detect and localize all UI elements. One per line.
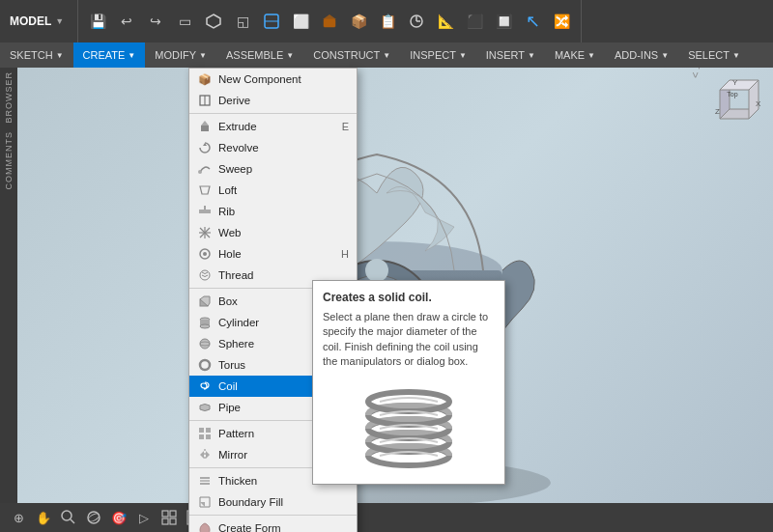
undo-button[interactable]: ↩ [113, 6, 140, 37]
menu-modify[interactable]: MODIFY ▼ [145, 42, 216, 68]
sweep-icon [197, 161, 213, 177]
insert-arrow: ▼ [528, 51, 535, 60]
svg-point-31 [198, 170, 202, 174]
menu-sketch[interactable]: SKETCH ▼ [0, 42, 73, 68]
addins-arrow: ▼ [661, 51, 669, 60]
statusbar-icon-orbit[interactable] [83, 507, 104, 528]
model-mode-selector[interactable]: MODEL ▼ [0, 0, 77, 42]
menubar: SKETCH ▼ CREATE ▼ MODIFY ▼ ASSEMBLE ▼ CO… [0, 42, 773, 68]
loft-icon [197, 182, 213, 198]
toolbar-icon-5[interactable]: ⬜ [287, 6, 314, 37]
svg-point-47 [200, 339, 210, 349]
menu-create[interactable]: CREATE ▼ [73, 42, 146, 68]
svg-text:Y: Y [732, 78, 738, 87]
svg-marker-4 [323, 14, 336, 19]
menu-insert[interactable]: INSERT ▼ [476, 42, 545, 68]
coil-tooltip-title: Creates a solid coil. [323, 291, 495, 304]
modify-arrow: ▼ [199, 51, 207, 60]
svg-rect-50 [199, 428, 204, 433]
menu-loft[interactable]: Loft [189, 180, 357, 201]
menu-select[interactable]: SELECT ▼ [678, 42, 750, 68]
statusbar-icon-play[interactable]: ▷ [133, 507, 155, 528]
revolve-icon [197, 140, 213, 155]
separator-1 [189, 113, 357, 114]
pipe-icon [197, 400, 213, 415]
menu-boundary-fill[interactable]: Boundary Fill [189, 491, 357, 513]
toolbar-icon-3[interactable]: ◱ [229, 6, 256, 37]
browser-label[interactable]: BROWSER [4, 68, 14, 127]
svg-rect-53 [206, 434, 211, 439]
menu-rib[interactable]: Rib [189, 201, 357, 222]
menu-addins[interactable]: ADD-INS ▼ [605, 42, 678, 68]
toolbar-icon-1[interactable]: ▭ [171, 6, 198, 37]
svg-rect-51 [206, 428, 211, 433]
create-arrow: ▼ [128, 51, 135, 60]
thread-icon [197, 267, 213, 283]
svg-point-49 [200, 360, 210, 370]
toolbar-icon-10[interactable]: 📐 [432, 6, 459, 37]
menu-construct[interactable]: CONSTRUCT ▼ [303, 42, 400, 68]
extrude-shortcut: E [342, 121, 349, 132]
viewcube[interactable]: X Y Z Top [705, 75, 763, 133]
menu-inspect[interactable]: INSPECT ▼ [400, 42, 476, 68]
toolbar-icon-9[interactable] [403, 6, 430, 37]
svg-marker-32 [200, 186, 210, 194]
toolbar-icon-7[interactable]: 📦 [345, 6, 372, 37]
menu-revolve[interactable]: Revolve [189, 137, 357, 158]
menu-create-form[interactable]: Create Form [189, 518, 357, 532]
svg-marker-56 [206, 451, 210, 459]
select-arrow: ▼ [732, 51, 740, 60]
comments-label[interactable]: COMMENTS [4, 127, 14, 194]
svg-line-75 [71, 519, 74, 523]
redo-button[interactable]: ↪ [142, 6, 169, 37]
menu-hole[interactable]: Hole H [189, 243, 357, 265]
toolbar-icon-13[interactable]: 🔀 [548, 6, 575, 37]
svg-rect-78 [162, 511, 168, 517]
cylinder-icon [197, 315, 213, 330]
menu-web[interactable]: Web [189, 222, 357, 243]
statusbar-icon-grid[interactable] [158, 507, 180, 528]
left-panel: BROWSER COMMENTS [0, 68, 17, 503]
statusbar-icon-add[interactable]: ⊕ [8, 507, 29, 528]
svg-marker-55 [200, 451, 204, 459]
toolbar-icon-12[interactable]: 🔲 [490, 6, 517, 37]
svg-marker-29 [201, 121, 209, 126]
toolbar-actions: 💾 ↩ ↪ ▭ ◱ ⬜ 📦 📋 📐 ⬛ 🔲 ↖ 🔀 [77, 0, 582, 42]
statusbar-icon-target[interactable]: 🎯 [108, 507, 129, 528]
svg-rect-28 [201, 126, 209, 131]
svg-rect-33 [199, 210, 211, 213]
toolbar-icon-11[interactable]: ⬛ [461, 6, 488, 37]
extrude-icon [197, 119, 213, 134]
sphere-icon [197, 336, 213, 351]
statusbar-icon-hand[interactable]: ✋ [33, 507, 54, 528]
boundary-fill-icon [197, 494, 213, 510]
menu-sweep[interactable]: Sweep [189, 158, 357, 180]
svg-text:Z: Z [715, 107, 720, 116]
statusbar-icon-zoom[interactable] [58, 507, 79, 528]
rib-icon [197, 204, 213, 219]
toolbar-icon-4[interactable] [258, 6, 285, 37]
web-icon [197, 225, 213, 240]
coil-tooltip-description: Select a plane then draw a circle to spe… [323, 310, 495, 370]
menu-derive[interactable]: Derive [189, 90, 357, 111]
inspect-arrow: ▼ [459, 51, 467, 60]
main-toolbar: MODEL ▼ 💾 ↩ ↪ ▭ ◱ ⬜ 📦 📋 📐 ⬛ 🔲 ↖ 🔀 [0, 0, 773, 42]
svg-rect-81 [170, 518, 176, 524]
new-component-icon: 📦 [197, 71, 213, 87]
save-button[interactable]: 💾 [84, 6, 111, 37]
menu-extrude[interactable]: Extrude E [189, 116, 357, 137]
create-form-icon [197, 520, 213, 532]
menu-make[interactable]: MAKE ▼ [545, 42, 605, 68]
toolbar-icon-8[interactable]: 📋 [374, 6, 401, 37]
toolbar-icon-6[interactable] [316, 6, 343, 37]
box-icon [197, 294, 213, 309]
toolbar-icon-2[interactable] [200, 6, 227, 37]
svg-rect-52 [199, 434, 204, 439]
select-arrow-icon[interactable]: ↖ [519, 6, 546, 37]
menu-assemble[interactable]: ASSEMBLE ▼ [216, 42, 303, 68]
menu-new-component[interactable]: 📦 New Component [189, 69, 357, 90]
svg-point-46 [200, 324, 210, 328]
svg-point-74 [62, 511, 72, 520]
pattern-icon [197, 426, 213, 441]
thicken-icon [197, 473, 213, 489]
